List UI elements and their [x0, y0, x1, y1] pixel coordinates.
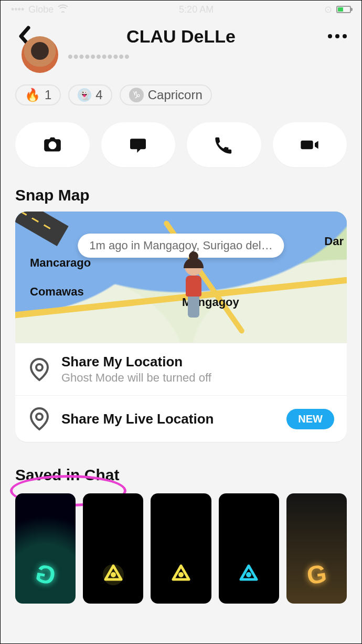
snap-map-card: Mancarago Comawas Mangagoy Dar 1m ago in…	[15, 212, 347, 442]
camera-icon	[42, 134, 63, 155]
more-button[interactable]	[326, 30, 349, 43]
phone-icon	[214, 134, 235, 155]
chat-icon	[127, 134, 148, 155]
fire-icon: 🔥	[25, 88, 40, 102]
saved-thumb-5[interactable]: G	[286, 493, 347, 604]
logo-lenovo-icon	[237, 563, 261, 589]
new-badge: NEW	[286, 409, 334, 429]
username-hidden: •••••••••••	[68, 48, 130, 65]
video-call-button[interactable]	[273, 122, 347, 167]
status-bar: •••• Globe 5:20 AM ⊙	[1, 1, 361, 18]
clock: 5:20 AM	[68, 4, 324, 15]
profile-row: •••••••••••	[1, 57, 361, 77]
streak-count: 1	[45, 88, 51, 102]
zodiac-label: Capricorn	[148, 88, 203, 102]
score-count: 4	[95, 88, 102, 102]
chat-button[interactable]	[101, 122, 176, 167]
share-location-title: Share My Location	[61, 354, 334, 370]
svg-point-6	[246, 572, 251, 577]
call-button[interactable]	[187, 122, 261, 167]
map-label-mancarago: Mancarago	[30, 256, 91, 270]
snapscore-chip[interactable]: 👻 4	[68, 85, 112, 105]
saved-thumb-4[interactable]	[219, 493, 279, 604]
map-label-dar: Dar	[324, 235, 344, 248]
saved-thumb-3[interactable]	[151, 493, 211, 604]
saved-thumbnails: G G	[1, 493, 361, 604]
map-tooltip[interactable]: 1m ago in Mangagoy, Surigao del…	[78, 234, 284, 258]
ghost-icon: 👻	[78, 88, 91, 102]
saved-in-chat-title: Saved in Chat	[1, 442, 361, 493]
avatar[interactable]	[22, 36, 58, 73]
battery-icon	[336, 6, 351, 13]
saved-thumb-1[interactable]: G	[15, 493, 76, 604]
camera-button[interactable]	[15, 122, 90, 167]
logo-g-icon: G	[33, 558, 57, 590]
share-live-title: Share My Live Location	[61, 411, 276, 427]
zodiac-chip[interactable]: ♑︎ Capricorn	[120, 85, 212, 105]
svg-point-4	[111, 572, 116, 577]
saved-thumb-2[interactable]	[83, 493, 143, 604]
share-location-row[interactable]: Share My Location Ghost Mode will be tur…	[15, 343, 347, 395]
chips-row: 🔥 1 👻 4 ♑︎ Capricorn	[1, 77, 361, 112]
bitmoji-pin[interactable]	[181, 258, 206, 315]
pin-icon	[28, 357, 51, 382]
wifi-icon	[58, 4, 68, 15]
logo-lenovo-icon	[101, 563, 125, 589]
share-location-subtitle: Ghost Mode will be turned off	[61, 371, 334, 385]
logo-g-icon: G	[305, 559, 328, 590]
orientation-lock-icon: ⊙	[324, 4, 332, 15]
snap-map-title: Snap Map	[1, 182, 361, 212]
svg-point-2	[36, 414, 42, 420]
carrier-label: Globe	[28, 4, 54, 15]
svg-point-0	[50, 143, 55, 147]
share-live-location-row[interactable]: Share My Live Location NEW	[15, 395, 347, 442]
capricorn-icon: ♑︎	[129, 88, 144, 102]
video-icon	[299, 134, 320, 155]
snap-map-view[interactable]: Mancarago Comawas Mangagoy Dar 1m ago in…	[15, 212, 347, 343]
pin-icon	[28, 406, 51, 431]
page-title: CLAU DeLLe	[126, 26, 236, 47]
map-label-comawas: Comawas	[30, 285, 84, 299]
svg-point-5	[178, 572, 184, 577]
svg-point-1	[36, 364, 42, 371]
actions-row	[1, 112, 361, 182]
logo-lenovo-icon	[169, 563, 193, 589]
signal-icon: ••••	[11, 4, 24, 15]
streak-chip[interactable]: 🔥 1	[15, 85, 61, 105]
